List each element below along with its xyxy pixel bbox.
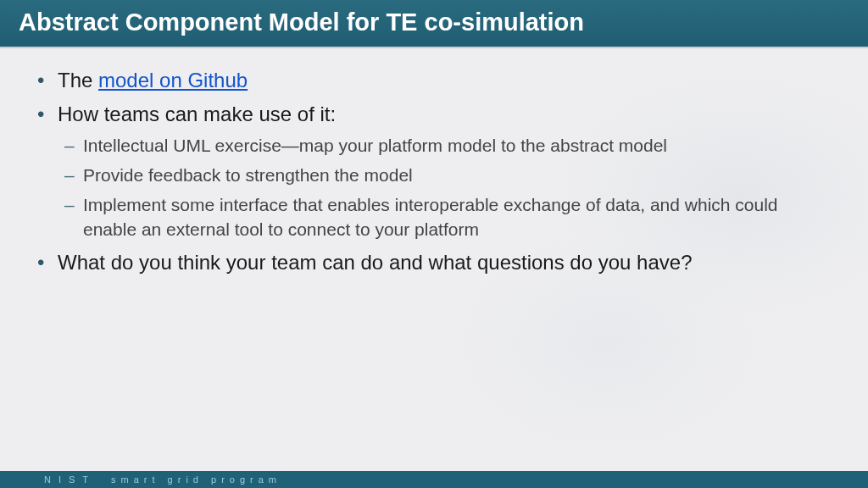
bullet-text: What do you think your team can do and w…: [58, 251, 692, 274]
footer-program: smart grid program: [111, 474, 281, 485]
bullet-list: The model on Github How teams can make u…: [34, 67, 834, 276]
sub-bullet-text: Implement some interface that enables in…: [83, 195, 778, 239]
footer-bar: NIST smart grid program: [0, 471, 868, 488]
bullet-item-howteams: How teams can make use of it: Intellectu…: [34, 101, 834, 241]
github-link[interactable]: model on Github: [98, 69, 248, 92]
sub-bullet-item: Implement some interface that enables in…: [58, 193, 834, 242]
slide-content: The model on Github How teams can make u…: [0, 48, 868, 276]
bullet-text: How teams can make use of it:: [58, 103, 336, 125]
bullet-item-github: The model on Github: [34, 67, 834, 94]
slide-title: Abstract Component Model for TE co-simul…: [19, 8, 584, 36]
slide-title-bar: Abstract Component Model for TE co-simul…: [0, 0, 868, 48]
sub-bullet-list: Intellectual UML exercise—map your platf…: [58, 134, 834, 242]
bullet-text-prefix: The: [58, 69, 98, 92]
footer-org: NIST: [44, 474, 96, 485]
sub-bullet-item: Intellectual UML exercise—map your platf…: [58, 134, 834, 158]
sub-bullet-text: Intellectual UML exercise—map your platf…: [83, 136, 667, 155]
sub-bullet-item: Provide feedback to strengthen the model: [58, 164, 834, 188]
bullet-item-question: What do you think your team can do and w…: [34, 249, 834, 276]
sub-bullet-text: Provide feedback to strengthen the model: [83, 165, 413, 185]
